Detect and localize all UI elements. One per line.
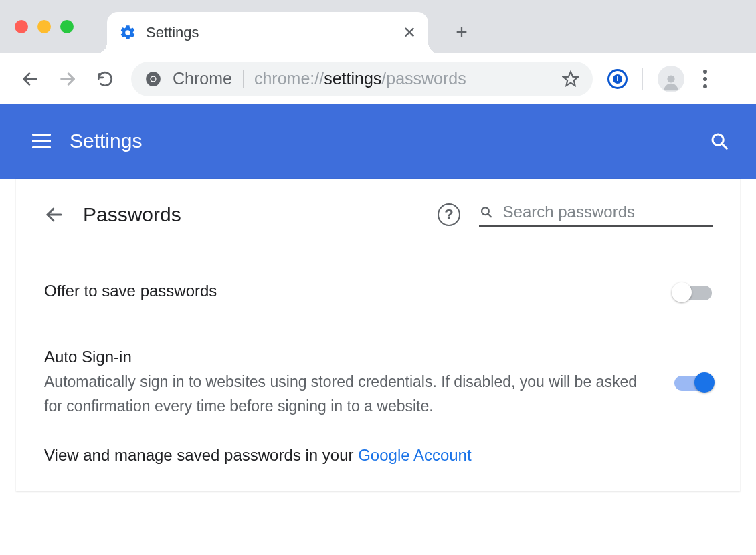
omnibox-chip: Chrome xyxy=(173,69,232,88)
browser-toolbar: Chrome chrome://settings/passwords I xyxy=(0,53,756,104)
browser-tab-settings[interactable]: Settings ✕ xyxy=(107,12,428,53)
window-maximize-button[interactable] xyxy=(60,20,74,33)
window-close-button[interactable] xyxy=(15,20,28,33)
back-arrow-icon[interactable] xyxy=(44,205,64,225)
app-title: Settings xyxy=(70,130,690,152)
search-passwords-input[interactable] xyxy=(503,203,713,221)
divider xyxy=(642,68,643,90)
window-controls xyxy=(15,20,74,33)
tab-title: Settings xyxy=(146,24,393,41)
browser-menu-button[interactable] xyxy=(699,66,711,92)
new-tab-button[interactable] xyxy=(448,19,475,45)
menu-icon[interactable] xyxy=(32,134,51,149)
search-icon[interactable] xyxy=(709,131,729,151)
settings-card: Passwords ? Offer to save passwords Auto… xyxy=(16,179,740,491)
omnibox-url: chrome://settings/passwords xyxy=(254,69,551,88)
profile-avatar[interactable] xyxy=(658,66,684,92)
google-account-link[interactable]: Google Account xyxy=(358,446,471,464)
svg-line-10 xyxy=(722,144,727,148)
setting-title: Auto Sign-in xyxy=(44,348,654,366)
svg-point-8 xyxy=(667,75,674,82)
address-bar[interactable]: Chrome chrome://settings/passwords xyxy=(131,62,593,96)
reload-button[interactable] xyxy=(94,68,116,90)
bookmark-star-icon[interactable] xyxy=(562,70,579,88)
forward-button[interactable] xyxy=(56,68,79,90)
page-header: Passwords ? xyxy=(16,179,740,247)
help-icon[interactable]: ? xyxy=(438,203,460,226)
auto-signin-toggle[interactable] xyxy=(674,376,712,391)
offer-save-passwords-toggle[interactable] xyxy=(674,286,712,300)
page-title: Passwords xyxy=(83,203,419,226)
window-minimize-button[interactable] xyxy=(37,20,51,33)
close-icon[interactable]: ✕ xyxy=(403,25,416,41)
back-button[interactable] xyxy=(19,68,41,90)
extension-1password-icon[interactable]: I xyxy=(607,69,628,89)
setting-subtitle: Automatically sign in to websites using … xyxy=(44,370,654,418)
manage-passwords-row: View and manage saved passwords in your … xyxy=(16,439,740,465)
svg-point-6 xyxy=(151,76,156,81)
manage-passwords-text: View and manage saved passwords in your xyxy=(44,446,358,464)
gear-icon xyxy=(119,24,136,41)
svg-line-13 xyxy=(488,214,490,217)
settings-header: Settings xyxy=(0,104,756,179)
setting-auto-signin: Auto Sign-in Automatically sign in to we… xyxy=(16,326,740,439)
svg-marker-7 xyxy=(563,72,578,86)
setting-offer-save-passwords: Offer to save passwords xyxy=(16,247,740,326)
search-icon xyxy=(479,204,494,220)
search-passwords-field[interactable] xyxy=(479,203,713,227)
tab-strip: Settings ✕ xyxy=(0,0,756,53)
setting-title: Offer to save passwords xyxy=(44,282,654,300)
content-area: Passwords ? Offer to save passwords Auto… xyxy=(0,179,756,491)
chrome-icon xyxy=(145,70,162,88)
divider xyxy=(243,70,244,88)
